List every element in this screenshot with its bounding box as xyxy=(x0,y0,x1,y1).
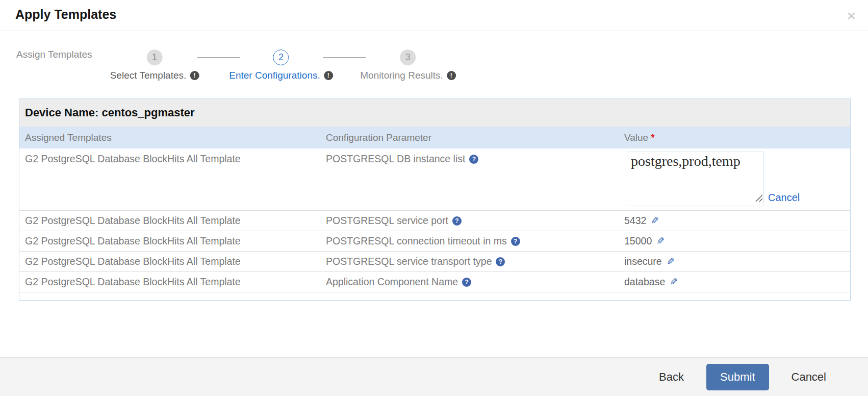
table-column-header-row: Assigned Templates Configuration Paramet… xyxy=(19,127,850,148)
wizard-step-select-templates[interactable]: 1 Select Templates. ! xyxy=(110,50,199,81)
parameter-cell: POSTGRESQL service transport type xyxy=(326,256,492,267)
step-1-circle[interactable]: 1 xyxy=(147,50,163,65)
parameter-cell: Application Component Name xyxy=(326,276,458,288)
cancel-button[interactable]: Cancel xyxy=(792,370,826,384)
step-1-label: Select Templates. xyxy=(110,70,187,81)
table-row: G2 PostgreSQL Database BlockHits All Tem… xyxy=(19,231,850,252)
value-text: 5432 xyxy=(624,215,646,227)
edit-pencil-icon[interactable]: ✎ xyxy=(656,236,665,246)
exclamation-icon[interactable]: ! xyxy=(190,71,199,80)
question-icon[interactable]: ? xyxy=(462,278,471,287)
assigned-template-cell: G2 PostgreSQL Database BlockHits All Tem… xyxy=(19,148,320,210)
edit-cancel-link[interactable]: Cancel xyxy=(768,192,800,204)
column-header-configuration-parameter: Configuration Parameter xyxy=(320,132,619,143)
question-icon[interactable]: ? xyxy=(469,155,478,164)
table-row: G2 PostgreSQL Database BlockHits All Tem… xyxy=(19,272,850,292)
table-row: G2 PostgreSQL Database BlockHits All Tem… xyxy=(19,148,850,211)
modal-footer: Back Submit Cancel xyxy=(0,357,868,396)
step-2-circle[interactable]: 2 xyxy=(273,50,289,65)
submit-button[interactable]: Submit xyxy=(706,364,769,390)
value-edit-textarea[interactable]: postgres,prod,temp xyxy=(626,152,764,206)
column-header-assigned-templates: Assigned Templates xyxy=(19,132,320,143)
exclamation-icon[interactable]: ! xyxy=(324,71,333,80)
step-3-label: Monitoring Results. xyxy=(360,70,443,81)
value-text: insecure xyxy=(624,256,662,267)
question-icon[interactable]: ? xyxy=(496,257,505,266)
edit-pencil-icon[interactable]: ✎ xyxy=(651,216,659,226)
value-text: 15000 xyxy=(624,235,652,247)
wizard-step-monitoring-results[interactable]: 3 Monitoring Results. ! xyxy=(360,50,456,81)
modal-header: Apply Templates × xyxy=(0,0,868,31)
close-icon[interactable]: × xyxy=(843,6,860,26)
table-row-empty xyxy=(19,292,850,300)
step-3-circle[interactable]: 3 xyxy=(400,50,416,65)
column-header-value: Value* xyxy=(619,132,850,143)
value-text: database xyxy=(624,276,665,288)
resize-handle-icon[interactable] xyxy=(754,194,763,202)
wizard-step-enter-configurations[interactable]: 2 Enter Configurations. ! xyxy=(229,50,333,81)
parameter-cell: POSTGRESQL DB instance list xyxy=(326,153,465,165)
edit-pencil-icon[interactable]: ✎ xyxy=(670,277,678,287)
device-name-header: Device Name: centos_pgmaster xyxy=(19,99,850,127)
required-asterisk: * xyxy=(651,132,654,143)
modal-title: Apply Templates xyxy=(15,7,116,22)
table-row: G2 PostgreSQL Database BlockHits All Tem… xyxy=(19,252,850,272)
step-2-label: Enter Configurations. xyxy=(229,70,320,81)
assign-templates-label: Assign Templates xyxy=(16,49,92,60)
question-icon[interactable]: ? xyxy=(452,216,462,226)
apply-templates-modal: Apply Templates × Assign Templates 1 Sel… xyxy=(0,0,868,396)
assigned-template-cell: G2 PostgreSQL Database BlockHits All Tem… xyxy=(19,256,320,267)
back-button[interactable]: Back xyxy=(659,370,684,384)
configuration-table: Device Name: centos_pgmaster Assigned Te… xyxy=(19,98,851,301)
table-row: G2 PostgreSQL Database BlockHits All Tem… xyxy=(19,211,850,231)
edit-pencil-icon[interactable]: ✎ xyxy=(667,257,675,266)
question-icon[interactable]: ? xyxy=(511,237,520,246)
assigned-template-cell: G2 PostgreSQL Database BlockHits All Tem… xyxy=(19,235,320,247)
step-connector xyxy=(323,57,366,58)
parameter-cell: POSTGRESQL connection timeout in ms xyxy=(326,235,507,247)
assigned-template-cell: G2 PostgreSQL Database BlockHits All Tem… xyxy=(19,215,320,227)
parameter-cell: POSTGRESQL service port xyxy=(326,215,448,227)
assigned-template-cell: G2 PostgreSQL Database BlockHits All Tem… xyxy=(19,276,320,288)
exclamation-icon[interactable]: ! xyxy=(447,71,456,80)
